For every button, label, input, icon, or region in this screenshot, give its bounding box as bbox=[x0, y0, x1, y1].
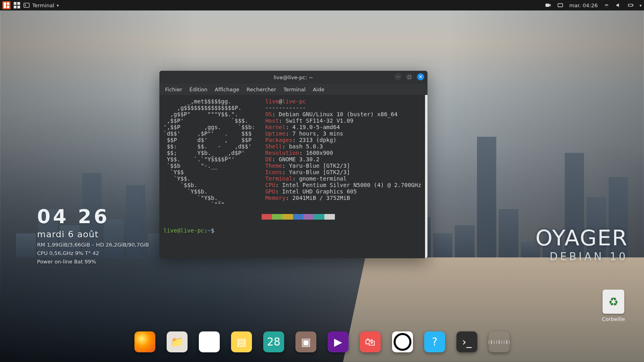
screenshot-icon[interactable] bbox=[392, 331, 413, 352]
active-app[interactable]: Terminal ▾ bbox=[23, 2, 59, 8]
menu-view[interactable]: Affichage bbox=[215, 86, 239, 93]
text-editor-icon[interactable]: ✎ bbox=[199, 331, 220, 352]
image-viewer-icon[interactable]: ▣ bbox=[295, 331, 316, 352]
svg-rect-0 bbox=[4, 2, 6, 8]
recycle-icon: ♻ bbox=[603, 290, 624, 314]
svg-rect-7 bbox=[633, 5, 633, 6]
clock[interactable]: mar. 04:26 bbox=[569, 2, 598, 8]
software-icon[interactable]: 🛍 bbox=[360, 331, 381, 352]
svg-rect-4 bbox=[546, 4, 549, 7]
trash-desktop-icon[interactable]: ♻ Corbeille bbox=[599, 290, 628, 322]
terminal-icon[interactable]: ›_ bbox=[456, 331, 477, 352]
workspace-grid-icon[interactable] bbox=[14, 2, 20, 8]
video-icon[interactable]: ▶ bbox=[328, 331, 349, 352]
app-grid-icon[interactable] bbox=[489, 331, 510, 352]
svg-rect-3 bbox=[24, 3, 29, 8]
wifi-icon[interactable] bbox=[603, 2, 610, 8]
terminal-window: live@live-pc: ~ – ◻ ✕ Fichier Édition Af… bbox=[159, 71, 427, 258]
menu-edit[interactable]: Édition bbox=[190, 86, 208, 93]
conky-date: mardi 6 août bbox=[37, 229, 149, 239]
svg-rect-5 bbox=[558, 4, 563, 7]
svg-rect-6 bbox=[628, 4, 633, 6]
svg-rect-1 bbox=[7, 2, 9, 5]
chevron-down-icon[interactable]: ▾ bbox=[640, 3, 642, 8]
close-button[interactable]: ✕ bbox=[417, 73, 424, 80]
menu-file[interactable]: Fichier bbox=[165, 86, 182, 93]
window-title: live@live-pc: ~ bbox=[274, 74, 313, 80]
svg-rect-2 bbox=[7, 6, 9, 8]
conky-time: 04 26 bbox=[37, 205, 149, 228]
menubar: Fichier Édition Affichage Rechercher Ter… bbox=[159, 84, 427, 95]
wallpaper-brand: OYAGER DEBIAN 10 bbox=[535, 225, 628, 263]
help-icon[interactable]: ? bbox=[424, 331, 445, 352]
dock: 📁 ✎ ▤ 28 ▣ ▶ 🛍 ? ›_ bbox=[129, 328, 515, 356]
notes-icon[interactable]: ▤ bbox=[231, 331, 252, 352]
desktop-conky: 04 26 mardi 6 août RM 1,99GiB/3,66GiB – … bbox=[37, 205, 149, 265]
battery-icon[interactable] bbox=[627, 2, 634, 8]
calendar-icon[interactable]: 28 bbox=[263, 331, 284, 352]
top-panel: Terminal ▾ mar. 04:26 ▾ bbox=[0, 0, 644, 10]
menu-search[interactable]: Rechercher bbox=[247, 86, 277, 93]
menu-terminal[interactable]: Terminal bbox=[283, 86, 305, 93]
distro-icon[interactable] bbox=[2, 1, 10, 9]
maximize-button[interactable]: ◻ bbox=[406, 73, 413, 80]
menu-help[interactable]: Aide bbox=[313, 86, 324, 93]
volume-icon[interactable] bbox=[615, 2, 622, 8]
screen-record-icon[interactable] bbox=[545, 2, 551, 8]
chevron-down-icon: ▾ bbox=[57, 3, 59, 8]
titlebar[interactable]: live@live-pc: ~ – ◻ ✕ bbox=[159, 71, 427, 84]
firefox-icon[interactable] bbox=[134, 331, 155, 352]
terminal-body[interactable]: _,met$$$$$gg. live@live-pc ,g$$$$$$$$$$$… bbox=[159, 95, 427, 258]
terminal-mini-icon bbox=[23, 2, 30, 8]
files-icon[interactable]: 📁 bbox=[167, 331, 188, 352]
keyboard-layout-icon[interactable] bbox=[557, 2, 564, 8]
minimize-button[interactable]: – bbox=[394, 73, 402, 80]
